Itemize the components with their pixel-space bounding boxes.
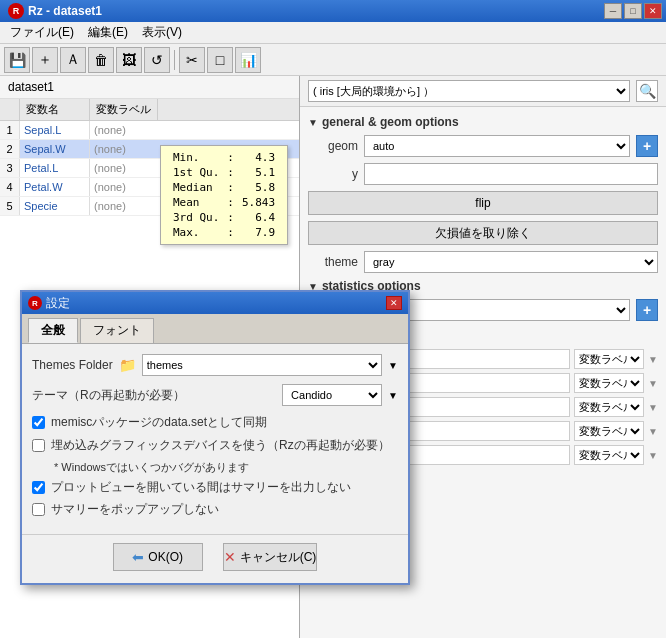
window-title: Rz - dataset1 [28, 4, 102, 18]
label-select-4[interactable]: 変数ラベル [574, 421, 644, 441]
dialog-title: 設定 [46, 295, 70, 312]
summary-popup-checkbox[interactable] [32, 503, 45, 516]
label-select-5[interactable]: 変数ラベル [574, 445, 644, 465]
menu-edit[interactable]: 編集(E) [82, 22, 134, 43]
memics-label: memiscパッケージのdata.setとして同期 [51, 414, 267, 431]
remove-na-button[interactable]: 欠損値を取り除く [308, 221, 658, 245]
stat-add-button[interactable]: + [636, 299, 658, 321]
table-header: 変数名 変数ラベル [0, 99, 299, 121]
dialog-footer: ⬅ OK(O) ✕ キャンセル(C) [22, 534, 408, 583]
flip-row: flip [308, 191, 658, 215]
tab-general[interactable]: 全般 [28, 318, 78, 343]
tab-font[interactable]: フォント [80, 318, 154, 343]
dialog-r-icon: R [28, 296, 42, 310]
checkbox-summary-popup: サマリーをポップアップしない [32, 501, 398, 518]
windows-note: * Windowsではいくつかバグがあります [54, 460, 398, 475]
chart-button[interactable]: 📊 [235, 47, 261, 73]
toolbar: 💾 ＋ Ａ 🗑 🖼 ↺ ✂ □ 📊 [0, 44, 666, 76]
dialog-close-button[interactable]: ✕ [386, 296, 402, 310]
geom-add-button[interactable]: + [636, 135, 658, 157]
checkbox-plot-viewer: プロットビューを開いている間はサマリーを出力しない [32, 479, 398, 496]
cancel-label: キャンセル(C) [240, 549, 317, 566]
y-label: y [308, 167, 358, 181]
folder-icon: 📁 [119, 357, 136, 373]
dialog-tabs: 全般 フォント [22, 314, 408, 344]
checkbox-embed: 埋め込みグラフィックスデバイスを使う（Rzの再起動が必要） [32, 437, 398, 454]
label-select-1[interactable]: 変数ラベル [574, 349, 644, 369]
chevron-down-icon-2: ▼ [648, 378, 658, 389]
theme-chevron-icon: ▼ [388, 390, 398, 401]
col-name-header: 変数名 [20, 99, 90, 120]
themes-folder-chevron-icon: ▼ [388, 360, 398, 371]
plot-viewer-checkbox[interactable] [32, 481, 45, 494]
col-num-header [0, 99, 20, 120]
chevron-down-icon-3: ▼ [648, 402, 658, 413]
plot-viewer-label: プロットビューを開いている間はサマリーを出力しない [51, 479, 351, 496]
copy-button[interactable]: □ [207, 47, 233, 73]
menu-view[interactable]: 表示(V) [136, 22, 188, 43]
title-bar: R Rz - dataset1 ─ □ ✕ [0, 0, 666, 22]
cancel-icon: ✕ [224, 549, 236, 565]
minimize-button[interactable]: ─ [604, 3, 622, 19]
theme-name-select[interactable]: Candido [282, 384, 382, 406]
save-button[interactable]: 💾 [4, 47, 30, 73]
themes-folder-label: Themes Folder [32, 358, 113, 372]
refresh-button[interactable]: ↺ [144, 47, 170, 73]
themes-folder-select[interactable]: themes [142, 354, 382, 376]
cut-button[interactable]: ✂ [179, 47, 205, 73]
chevron-down-icon-4: ▼ [648, 426, 658, 437]
embed-checkbox[interactable] [32, 439, 45, 452]
y-input[interactable] [364, 163, 658, 185]
theme-name-row: テーマ（Rの再起動が必要） Candido ▼ [32, 384, 398, 406]
separator [174, 50, 175, 70]
col-label-header: 変数ラベル [90, 99, 158, 120]
label-select-2[interactable]: 変数ラベル [574, 373, 644, 393]
general-section-header: general & geom options [308, 115, 658, 129]
themes-folder-row: Themes Folder 📁 themes ▼ [32, 354, 398, 376]
menu-file[interactable]: ファイル(E) [4, 22, 80, 43]
theme-select[interactable]: gray [364, 251, 658, 273]
settings-dialog: R 設定 ✕ 全般 フォント Themes Folder 📁 themes ▼ … [20, 290, 410, 585]
menu-bar: ファイル(E) 編集(E) 表示(V) [0, 22, 666, 44]
ok-button[interactable]: ⬅ OK(O) [113, 543, 203, 571]
chevron-down-icon-5: ▼ [648, 450, 658, 461]
memics-checkbox[interactable] [32, 416, 45, 429]
ok-label: OK(O) [148, 550, 183, 564]
dialog-title-bar: R 設定 ✕ [22, 292, 408, 314]
cancel-button[interactable]: ✕ キャンセル(C) [223, 543, 318, 571]
window-controls: ─ □ ✕ [604, 3, 662, 19]
checkbox-memics: memiscパッケージのdata.setとして同期 [32, 414, 398, 431]
ok-icon: ⬅ [132, 549, 144, 565]
chevron-down-icon-1: ▼ [648, 354, 658, 365]
y-row: y [308, 163, 658, 185]
table-row[interactable]: 1 Sepal.L (none) [0, 121, 299, 140]
flip-button[interactable]: flip [308, 191, 658, 215]
theme-name-label: テーマ（Rの再起動が必要） [32, 387, 185, 404]
stat-popup: Min.:4.3 1st Qu.:5.1 Median:5.8 Mean:5.8… [160, 145, 288, 245]
summary-popup-label: サマリーをポップアップしない [51, 501, 219, 518]
iris-bar: ( iris [大局的環境から] ） 🔍 [300, 76, 666, 107]
image-button[interactable]: 🖼 [116, 47, 142, 73]
geom-row: geom auto + [308, 135, 658, 157]
geom-label: geom [308, 139, 358, 153]
dialog-body: Themes Folder 📁 themes ▼ テーマ（Rの再起動が必要） C… [22, 344, 408, 534]
geom-select[interactable]: auto [364, 135, 630, 157]
dataset-header: dataset1 [0, 76, 299, 99]
close-button[interactable]: ✕ [644, 3, 662, 19]
theme-label: theme [308, 255, 358, 269]
add-button[interactable]: ＋ [32, 47, 58, 73]
label-select-3[interactable]: 変数ラベル [574, 397, 644, 417]
dataset-name: dataset1 [8, 80, 54, 94]
delete-button[interactable]: 🗑 [88, 47, 114, 73]
search-button[interactable]: 🔍 [636, 80, 658, 102]
remove-row: 欠損値を取り除く [308, 221, 658, 245]
iris-select[interactable]: ( iris [大局的環境から] ） [308, 80, 630, 102]
theme-row: theme gray [308, 251, 658, 273]
embed-label: 埋め込みグラフィックスデバイスを使う（Rzの再起動が必要） [51, 437, 390, 454]
app-icon: R [8, 3, 24, 19]
text-button[interactable]: Ａ [60, 47, 86, 73]
maximize-button[interactable]: □ [624, 3, 642, 19]
